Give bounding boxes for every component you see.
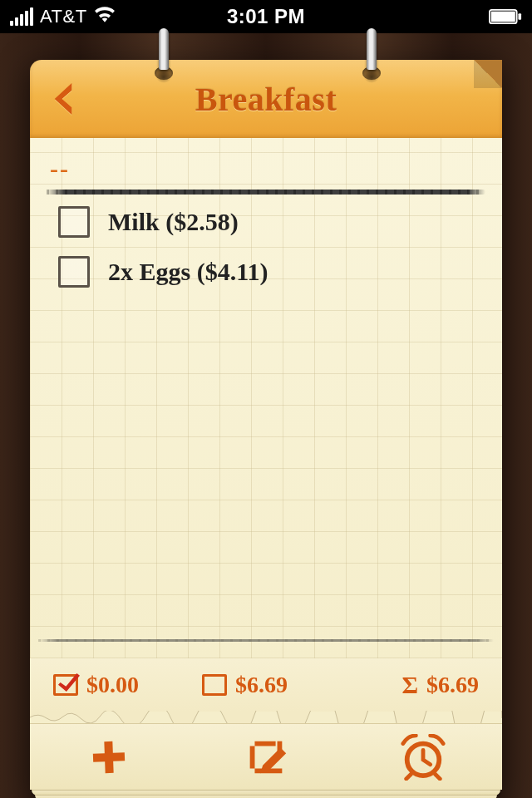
- wifi-icon: [94, 6, 116, 27]
- checkbox[interactable]: [58, 256, 90, 288]
- summary-grand-total: Σ $6.69: [351, 671, 479, 699]
- alarm-clock-icon: [398, 734, 448, 781]
- item-label: Milk ($2.58): [108, 208, 239, 236]
- checked-total: $0.00: [86, 672, 139, 698]
- unchecked-total: $6.69: [235, 672, 288, 698]
- divider: [47, 190, 485, 195]
- grand-total: $6.69: [426, 672, 479, 698]
- list-body: -- Milk ($2.58) 2x Eggs ($4.11): [30, 138, 502, 658]
- carrier-label: AT&T: [40, 6, 87, 27]
- add-button[interactable]: [76, 731, 142, 784]
- divider: [38, 639, 494, 642]
- notepad: Breakfast -- Milk ($2.58) 2x Eggs ($4.11…: [30, 60, 502, 780]
- plus-icon: [88, 736, 130, 778]
- torn-edge: [30, 712, 502, 723]
- battery-icon: [489, 8, 522, 25]
- item-list: Milk ($2.58) 2x Eggs ($4.11): [55, 206, 477, 288]
- summary-unchecked: $6.69: [202, 672, 344, 698]
- status-bar: AT&T 3:01 PM: [0, 0, 532, 33]
- unchecked-icon: [202, 674, 227, 696]
- edit-icon: [242, 733, 290, 781]
- status-time: 3:01 PM: [227, 5, 305, 28]
- list-item[interactable]: Milk ($2.58): [55, 206, 477, 238]
- page-title: Breakfast: [195, 80, 337, 119]
- list-header: Breakfast: [30, 60, 502, 138]
- sigma-icon: Σ: [401, 671, 418, 699]
- svg-rect-1: [491, 12, 515, 22]
- signal-icon: [10, 7, 33, 26]
- svg-rect-2: [518, 13, 521, 19]
- back-arrow-icon: [51, 81, 76, 117]
- summary-bar: $0.00 $6.69 Σ $6.69: [30, 658, 502, 712]
- section-label: --: [50, 155, 477, 183]
- checked-icon: [53, 674, 78, 696]
- checkbox[interactable]: [58, 206, 90, 238]
- page-stack: [30, 790, 502, 798]
- toolbar: [30, 723, 502, 790]
- back-button[interactable]: [47, 78, 80, 120]
- edit-button[interactable]: [233, 731, 299, 784]
- list-item[interactable]: 2x Eggs ($4.11): [55, 256, 477, 288]
- item-label: 2x Eggs ($4.11): [108, 258, 268, 286]
- alarm-button[interactable]: [390, 731, 456, 784]
- summary-checked: $0.00: [53, 672, 195, 698]
